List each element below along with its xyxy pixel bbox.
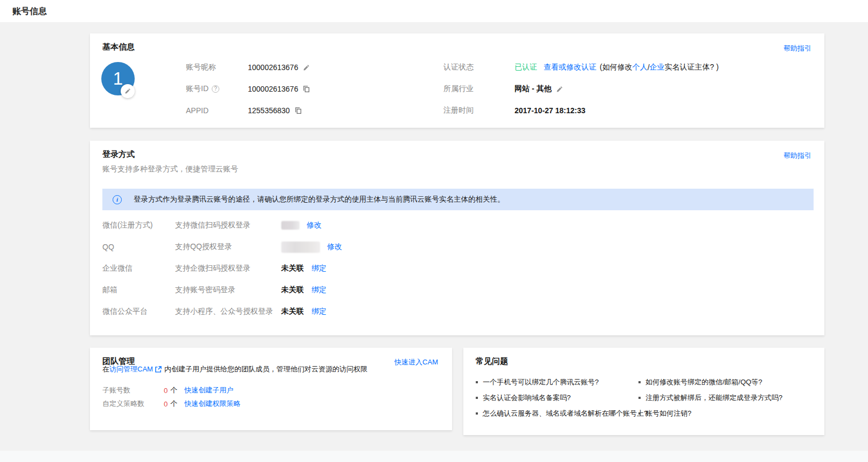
question-icon[interactable]: ? [212, 85, 219, 93]
basic-help-link[interactable]: 帮助指引 [783, 44, 811, 53]
login-method-name: 微信(注册方式) [102, 220, 175, 230]
auth-status-value: 已认证 [515, 63, 537, 72]
bullet-icon [638, 381, 641, 383]
sub-account-row: 子账号数 0 个 快速创建子用户 [102, 385, 233, 395]
register-time-value: 2017-10-27 18:12:33 [515, 106, 586, 115]
auth-modify-link[interactable]: 查看或修改认证 [544, 63, 596, 72]
pencil-icon [556, 86, 563, 93]
login-banner-text: 登录方式作为登录腾讯云账号的途径，请确认您所绑定的登录方式的使用主体与当前腾讯云… [134, 195, 505, 204]
bullet-icon [638, 397, 641, 399]
wechat-official-bind-link[interactable]: 绑定 [311, 307, 327, 316]
enter-cam-link[interactable]: 快速进入CAM [394, 357, 438, 367]
auth-personal-link[interactable]: 个人 [633, 63, 648, 72]
nickname-row: 账号昵称 100002613676 [186, 62, 310, 73]
auth-status-label: 认证状态 [443, 63, 515, 72]
bind-status: 未关联 [281, 264, 304, 273]
login-method-name: QQ [102, 243, 175, 251]
custom-policy-unit: 个 [170, 399, 177, 409]
copy-icon [303, 86, 310, 93]
masked-qq-value [281, 242, 320, 253]
create-sub-user-link[interactable]: 快速创建子用户 [184, 385, 233, 395]
login-help-link[interactable]: 帮助指引 [783, 151, 811, 161]
appid-value: 1255356830 [248, 106, 290, 115]
login-method-desc: 支持账号密码登录 [175, 285, 281, 295]
appid-label: APPID [186, 106, 248, 115]
sub-account-label: 子账号数 [102, 385, 164, 395]
sub-account-count: 0 [164, 387, 168, 395]
faq-item[interactable]: 怎么确认云服务器、域名或者域名解析在哪个账号上? [476, 409, 648, 418]
custom-policy-count: 0 [164, 400, 168, 408]
industry-label: 所属行业 [443, 84, 515, 94]
bullet-icon [476, 397, 478, 399]
avatar-edit-button[interactable] [121, 84, 135, 98]
login-method-desc: 支持小程序、公众号授权登录 [175, 307, 281, 316]
faq-item[interactable]: 注册方式被解绑后，还能绑定成登录方式吗? [638, 394, 782, 402]
faq-item[interactable]: 一个手机号可以绑定几个腾讯云账号? [476, 378, 599, 387]
login-row-wechat: 微信(注册方式) 支持微信扫码授权登录 修改 [102, 219, 322, 231]
cam-console-link[interactable]: 访问管理CAM [109, 364, 153, 374]
login-methods-subtitle: 账号支持多种登录方式，便捷管理云账号 [102, 164, 238, 174]
account-id-row: 账号ID ? 100002613676 [186, 84, 310, 94]
login-methods-card: 登录方式 帮助指引 账号支持多种登录方式，便捷管理云账号 i 登录方式作为登录腾… [90, 141, 824, 335]
login-method-name: 企业微信 [102, 264, 175, 273]
login-methods-title: 登录方式 [102, 149, 135, 160]
appid-copy-button[interactable] [295, 107, 302, 114]
industry-edit-button[interactable] [556, 86, 563, 93]
nickname-label: 账号昵称 [186, 63, 248, 72]
bullet-icon [476, 412, 478, 415]
wechat-modify-link[interactable]: 修改 [307, 220, 322, 230]
login-method-name: 微信公众平台 [102, 307, 175, 316]
account-id-copy-button[interactable] [303, 86, 310, 93]
login-row-wechat-official: 微信公众平台 支持小程序、公众号授权登录 未关联 绑定 [102, 306, 327, 318]
sub-account-unit: 个 [170, 385, 177, 395]
pencil-icon [303, 64, 310, 71]
top-bar: 账号信息 [0, 0, 868, 22]
faq-item[interactable]: 如何修改账号绑定的微信/邮箱/QQ等? [638, 378, 762, 387]
login-method-name: 邮箱 [102, 285, 175, 295]
account-id-value: 100002613676 [248, 85, 298, 93]
team-desc-prefix: 在 [102, 364, 109, 374]
bind-status: 未关联 [281, 285, 304, 295]
auth-status-row: 认证状态 已认证 查看或修改认证 (如何修改 个人 / 企业 实名认证主体? ) [443, 62, 719, 73]
login-info-banner: i 登录方式作为登录腾讯云账号的途径，请确认您所绑定的登录方式的使用主体与当前腾… [102, 189, 814, 210]
team-description: 在 访问管理CAM 内创建子用户提供给您的团队成员，管理他们对云资源的访问权限 [102, 364, 367, 374]
nickname-edit-button[interactable] [303, 64, 310, 71]
custom-policy-row: 自定义策略数 0 个 快速创建权限策略 [102, 399, 240, 409]
register-time-row: 注册时间 2017-10-27 18:12:33 [443, 105, 586, 116]
masked-wechat-value [281, 221, 300, 230]
login-method-desc: 支持QQ授权登录 [175, 242, 281, 252]
basic-info-card: 基本信息 帮助指引 1 账号昵称 100002613676 账号ID ? 100… [90, 33, 824, 128]
login-row-email: 邮箱 支持账号密码登录 未关联 绑定 [102, 284, 327, 296]
login-method-desc: 支持企微扫码授权登录 [175, 264, 281, 273]
create-policy-link[interactable]: 快速创建权限策略 [184, 399, 240, 409]
auth-note-suffix: 实名认证主体? ) [665, 63, 719, 72]
team-management-card: 团队管理 快速进入CAM 在 访问管理CAM 内创建子用户提供给您的团队成员，管… [90, 348, 452, 430]
team-desc-suffix: 内创建子用户提供给您的团队成员，管理他们对云资源的访问权限 [164, 364, 367, 374]
auth-enterprise-link[interactable]: 企业 [650, 63, 665, 72]
login-row-wecom: 企业微信 支持企微扫码授权登录 未关联 绑定 [102, 263, 327, 274]
faq-title: 常见问题 [476, 356, 508, 367]
pencil-icon [124, 88, 131, 94]
custom-policy-label: 自定义策略数 [102, 399, 164, 409]
industry-row: 所属行业 网站 - 其他 [443, 84, 563, 94]
faq-card: 常见问题 一个手机号可以绑定几个腾讯云账号? 实名认证会影响域名备案吗? 怎么确… [463, 348, 824, 435]
account-id-label: 账号ID ? [186, 84, 248, 94]
copy-icon [295, 107, 302, 114]
info-icon: i [113, 195, 122, 204]
page-title: 账号信息 [12, 6, 47, 17]
login-method-desc: 支持微信扫码授权登录 [175, 220, 281, 230]
faq-item[interactable]: 账号如何注销? [638, 409, 691, 418]
bind-status: 未关联 [281, 307, 304, 316]
page-bottom-strip [0, 451, 868, 462]
basic-info-title: 基本信息 [102, 42, 135, 52]
wecom-bind-link[interactable]: 绑定 [311, 264, 327, 273]
faq-item[interactable]: 实名认证会影响域名备案吗? [476, 394, 571, 402]
appid-row: APPID 1255356830 [186, 105, 302, 116]
register-time-label: 注册时间 [443, 106, 515, 115]
nickname-value: 100002613676 [248, 63, 298, 72]
external-link-icon [155, 366, 162, 373]
email-bind-link[interactable]: 绑定 [311, 285, 327, 295]
bullet-icon [638, 412, 641, 415]
bullet-icon [476, 381, 478, 383]
qq-modify-link[interactable]: 修改 [327, 242, 342, 252]
